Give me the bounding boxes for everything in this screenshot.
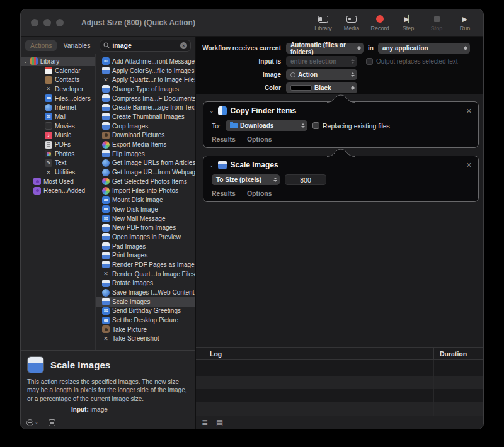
stop-button: Stop	[427, 14, 446, 31]
action-item-crop-images[interactable]: Crop Images	[96, 122, 195, 131]
log-panel-view-icon[interactable]: ▤	[216, 418, 223, 427]
sidebar-item-calendar[interactable]: Calendar	[21, 66, 95, 76]
photo-icon	[102, 104, 110, 111]
sidebar-item-movies[interactable]: Movies	[21, 122, 95, 131]
action-item-send-birthday-greetings[interactable]: Send Birthday Greetings	[96, 307, 195, 316]
disclosure-chevron-icon[interactable]: ⌄	[209, 108, 214, 114]
block-title: Copy Finder Items	[231, 106, 297, 115]
action-item-create-thumbnail-images[interactable]: Create Thumbnail Images	[96, 112, 195, 122]
action-item-render-quart-to-image-files[interactable]: Render Quart...to Image Files	[96, 269, 195, 279]
finder-icon	[218, 106, 227, 115]
mail-icon	[102, 215, 110, 222]
sidebar-item-developer[interactable]: Developer	[21, 84, 95, 94]
action-item-apply-colorsy-file-to-images[interactable]: Apply ColorSy...file to Images	[96, 66, 195, 76]
options-button[interactable]: Options	[247, 135, 272, 143]
search-field[interactable]: image	[100, 40, 191, 52]
step-button[interactable]: ▶▏Step	[399, 14, 418, 31]
calendar-icon	[45, 67, 52, 74]
search-input[interactable]: image	[112, 42, 131, 49]
action-item-new-pdf-from-images[interactable]: New PDF from Images	[96, 223, 195, 232]
action-item-create-banner-age-from-text[interactable]: Create Banner...age from Text	[96, 103, 195, 112]
sidebar-item-label: PDFs	[55, 141, 71, 148]
action-item-take-picture[interactable]: Take Picture	[96, 325, 195, 334]
sidebar-item-music[interactable]: Music	[21, 131, 95, 140]
sidebar-item-photos[interactable]: Photos	[21, 149, 95, 159]
sidebar-item-recen-added[interactable]: Recen...Added	[21, 186, 95, 196]
action-item-open-images-in-preview[interactable]: Open Images in Preview	[96, 232, 195, 242]
tab-variables[interactable]: Variables	[58, 40, 95, 51]
minus-circle-icon	[26, 419, 33, 426]
action-item-print-images[interactable]: Print Images	[96, 251, 195, 260]
action-item-add-attachme-ront-message[interactable]: Add Attachme...ront Message	[96, 57, 195, 66]
results-button[interactable]: Results	[212, 135, 236, 143]
description-panel-toggle-icon[interactable]	[49, 419, 55, 426]
action-item-get-image-ur-from-webpage[interactable]: Get Image UR...from Webpage	[96, 167, 195, 177]
size-value-field[interactable]: 800	[285, 174, 326, 185]
toolbar: LibraryMediaRecord▶▏StepStop▶Run	[314, 14, 474, 31]
action-item-flip-images[interactable]: Flip Images	[96, 149, 195, 159]
sidebar-item-contacts[interactable]: Contacts	[21, 75, 95, 84]
action-item-rotate-images[interactable]: Rotate Images	[96, 279, 195, 288]
action-item-export-media-items[interactable]: Export Media Items	[96, 140, 195, 149]
image-value: Action	[298, 71, 318, 78]
size-mode-popup[interactable]: To Size (pixels)	[212, 174, 280, 185]
close-block-button[interactable]	[466, 161, 472, 169]
tab-actions[interactable]: Actions	[25, 40, 57, 51]
sidebar-item-library[interactable]: ⌄Library	[21, 57, 95, 66]
in-label: in	[368, 45, 374, 52]
log-list-view-icon[interactable]: ≣	[202, 418, 208, 427]
action-item-apply-quartz-r-to-image-files[interactable]: Apply Quartz...r to Image Files	[96, 75, 195, 84]
run-button[interactable]: ▶Run	[455, 14, 474, 31]
sidebar-item-most-used[interactable]: Most Used	[21, 177, 95, 186]
application-popup[interactable]: any application	[378, 43, 470, 54]
action-item-save-images-f-web-content[interactable]: Save Images f...Web Content	[96, 288, 195, 297]
destination-popup[interactable]: Downloads	[226, 120, 307, 131]
action-item-get-image-urls-from-articles[interactable]: Get Image URLs from Articles	[96, 159, 195, 168]
action-item-label: Get Image UR...from Webpage	[112, 169, 195, 176]
sidebar-item-utilities[interactable]: Utilities	[21, 167, 95, 177]
action-item-change-type-of-images[interactable]: Change Type of Images	[96, 84, 195, 94]
close-window-button[interactable]	[31, 19, 38, 26]
record-button[interactable]: Record	[370, 14, 389, 31]
action-item-render-pdf-pages-as-images[interactable]: Render PDF Pages as Images	[96, 260, 195, 269]
colorwheel-icon	[102, 141, 110, 149]
sidebar-item-internet[interactable]: Internet	[21, 103, 95, 112]
zoom-window-button[interactable]	[56, 19, 64, 26]
action-item-pad-images[interactable]: Pad Images	[96, 242, 195, 251]
sidebar-item-files-olders[interactable]: Files...olders	[21, 94, 95, 103]
globe-icon	[102, 159, 110, 167]
library-button[interactable]: Library	[314, 14, 333, 31]
replacing-existing-checkbox[interactable]	[312, 122, 319, 129]
disclosure-chevron-icon[interactable]: ⌄	[23, 59, 28, 64]
options-button[interactable]: Options	[247, 190, 272, 197]
clear-search-icon[interactable]	[180, 42, 187, 49]
remove-variable-button[interactable]: ⌄	[26, 419, 38, 426]
color-popup[interactable]: Black	[286, 82, 357, 93]
sidebar-item-text[interactable]: Text	[21, 159, 95, 168]
scale-images-block[interactable]: ⌄ Scale Images To Size (pixels) 800 Res	[203, 156, 479, 202]
action-item-new-mail-message[interactable]: New Mail Message	[96, 214, 195, 224]
action-item-get-selected-photos-items[interactable]: Get Selected Photos Items	[96, 177, 195, 186]
disclosure-chevron-icon[interactable]: ⌄	[209, 162, 214, 168]
action-item-compress-ima-f-documents[interactable]: Compress Ima...F Documents	[96, 94, 195, 103]
step-icon: ▶▏	[404, 15, 413, 23]
image-popup[interactable]: Action	[286, 69, 357, 80]
receives-popup[interactable]: Automatic (files or folders)	[286, 43, 364, 54]
action-item-import-files-into-photos[interactable]: Import Files into Photos	[96, 186, 195, 196]
smartfolder-icon	[33, 178, 41, 185]
sidebar-item-mail[interactable]: Mail	[21, 112, 95, 122]
minimize-window-button[interactable]	[43, 19, 51, 26]
copy-finder-items-block[interactable]: ⌄ Copy Finder Items To: Downloads	[203, 101, 479, 148]
xtool-icon	[102, 76, 110, 84]
action-item-new-disk-image[interactable]: New Disk Image	[96, 205, 195, 214]
action-item-download-pictures[interactable]: Download Pictures	[96, 131, 195, 140]
action-item-set-the-desktop-picture[interactable]: Set the Desktop Picture	[96, 315, 195, 325]
sidebar-item-pdfs[interactable]: PDFs	[21, 140, 95, 149]
action-item-mount-disk-image[interactable]: Mount Disk Image	[96, 195, 195, 205]
media-button[interactable]: Media	[342, 14, 361, 31]
results-button[interactable]: Results	[212, 190, 236, 197]
action-item-label: Compress Ima...F Documents	[112, 95, 195, 102]
close-block-button[interactable]	[466, 107, 472, 115]
action-item-scale-images[interactable]: Scale Images	[96, 297, 195, 307]
action-item-take-screenshot[interactable]: Take Screenshot	[96, 334, 195, 344]
